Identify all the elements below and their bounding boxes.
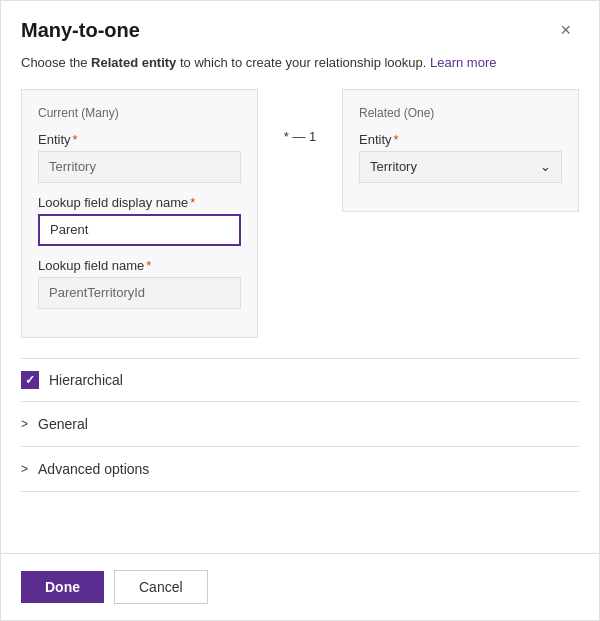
done-button[interactable]: Done (21, 571, 104, 603)
entity-required-star: * (73, 132, 78, 147)
connector-text: * — 1 (284, 129, 317, 144)
related-entity-select[interactable]: Territory ⌄ (359, 151, 562, 183)
close-button[interactable]: × (552, 17, 579, 43)
related-entity-bold: Related entity (91, 55, 176, 70)
lookup-name-label: Lookup field name* (38, 258, 241, 273)
dialog-body: Choose the Related entity to which to cr… (1, 53, 599, 553)
advanced-options-section: > Advanced options (21, 447, 579, 492)
related-entity-field-label: Entity* (359, 132, 562, 147)
advanced-options-header[interactable]: > Advanced options (21, 461, 579, 477)
general-section-label: General (38, 416, 88, 432)
related-entity-required: * (394, 132, 399, 147)
lookup-name-required: * (146, 258, 151, 273)
cancel-button[interactable]: Cancel (114, 570, 208, 604)
lookup-display-required: * (190, 195, 195, 210)
chevron-down-icon: ⌄ (540, 159, 551, 174)
related-box-label: Related (One) (359, 106, 562, 120)
related-entity-value: Territory (370, 159, 417, 174)
related-one-box: Related (One) Entity* Territory ⌄ (342, 89, 579, 212)
connector: * — 1 (270, 89, 330, 144)
description-text: Choose the Related entity to which to cr… (21, 53, 579, 73)
checkbox-checkmark: ✓ (25, 373, 35, 387)
entity-field-label: Entity* (38, 132, 241, 147)
current-box-label: Current (Many) (38, 106, 241, 120)
advanced-chevron-icon: > (21, 462, 28, 476)
entity-field-value: Territory (38, 151, 241, 183)
current-many-box: Current (Many) Entity* Territory Lookup … (21, 89, 258, 338)
dialog-footer: Done Cancel (1, 553, 599, 620)
general-chevron-icon: > (21, 417, 28, 431)
advanced-options-label: Advanced options (38, 461, 149, 477)
learn-more-link[interactable]: Learn more (430, 55, 496, 70)
hierarchical-label: Hierarchical (49, 372, 123, 388)
many-to-one-dialog: Many-to-one × Choose the Related entity … (0, 0, 600, 621)
entity-section: Current (Many) Entity* Territory Lookup … (21, 89, 579, 338)
lookup-display-label: Lookup field display name* (38, 195, 241, 210)
lookup-name-value: ParentTerritoryId (38, 277, 241, 309)
hierarchical-row: ✓ Hierarchical (21, 358, 579, 402)
general-section-header[interactable]: > General (21, 416, 579, 432)
general-section: > General (21, 402, 579, 447)
dialog-title: Many-to-one (21, 19, 140, 42)
dialog-header: Many-to-one × (1, 1, 599, 53)
hierarchical-checkbox[interactable]: ✓ (21, 371, 39, 389)
lookup-display-input[interactable] (38, 214, 241, 246)
